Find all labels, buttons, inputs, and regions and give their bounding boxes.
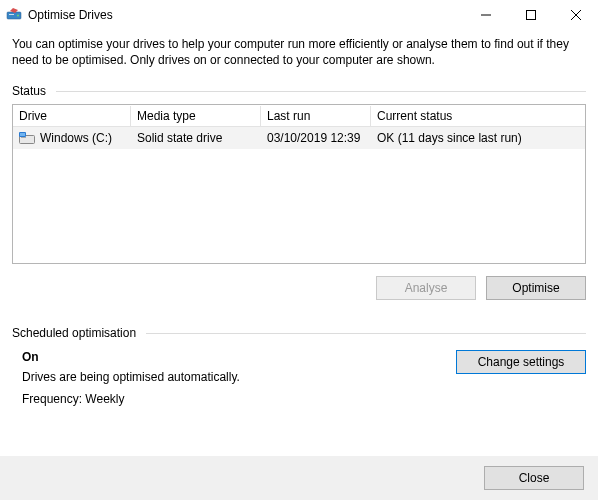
col-header-drive[interactable]: Drive: [13, 106, 131, 127]
cell-drive-text: Windows (C:): [40, 131, 112, 145]
table-row[interactable]: Windows (C:) Solid state drive 03/10/201…: [13, 127, 585, 149]
scheduled-label-text: Scheduled optimisation: [12, 326, 136, 340]
scheduled-frequency: Frequency: Weekly: [22, 392, 436, 406]
titlebar: Optimise Drives: [0, 0, 598, 30]
col-header-status[interactable]: Current status: [371, 106, 585, 127]
bottom-bar: Close: [0, 456, 598, 500]
status-label-text: Status: [12, 84, 46, 98]
scheduled-state: On: [22, 350, 436, 364]
divider: [146, 333, 586, 334]
status-section-label: Status: [12, 84, 586, 98]
close-dialog-button[interactable]: Close: [484, 466, 584, 490]
cell-status: OK (11 days since last run): [371, 128, 585, 148]
svg-rect-1: [9, 14, 14, 15]
cell-last: 03/10/2019 12:39: [261, 128, 371, 148]
window-controls: [463, 0, 598, 30]
cell-media: Solid state drive: [131, 128, 261, 148]
maximize-button[interactable]: [508, 0, 553, 30]
change-settings-button[interactable]: Change settings: [456, 350, 586, 374]
drives-header-row: Drive Media type Last run Current status: [13, 105, 585, 127]
close-button[interactable]: [553, 0, 598, 30]
cell-drive: Windows (C:): [13, 128, 131, 148]
svg-rect-10: [20, 133, 25, 136]
analyse-button: Analyse: [376, 276, 476, 300]
minimize-button[interactable]: [463, 0, 508, 30]
drive-icon: [19, 132, 35, 144]
col-header-last[interactable]: Last run: [261, 106, 371, 127]
window-title: Optimise Drives: [28, 8, 113, 22]
svg-rect-4: [526, 11, 535, 20]
svg-point-2: [17, 15, 19, 17]
scheduled-desc: Drives are being optimised automatically…: [22, 370, 436, 384]
intro-text: You can optimise your drives to help you…: [12, 36, 586, 68]
svg-rect-8: [21, 137, 26, 138]
app-icon: [6, 7, 22, 23]
col-header-media[interactable]: Media type: [131, 106, 261, 127]
optimise-button[interactable]: Optimise: [486, 276, 586, 300]
scheduled-section-label: Scheduled optimisation: [12, 326, 586, 340]
divider: [56, 91, 586, 92]
drives-listview[interactable]: Drive Media type Last run Current status…: [12, 104, 586, 264]
